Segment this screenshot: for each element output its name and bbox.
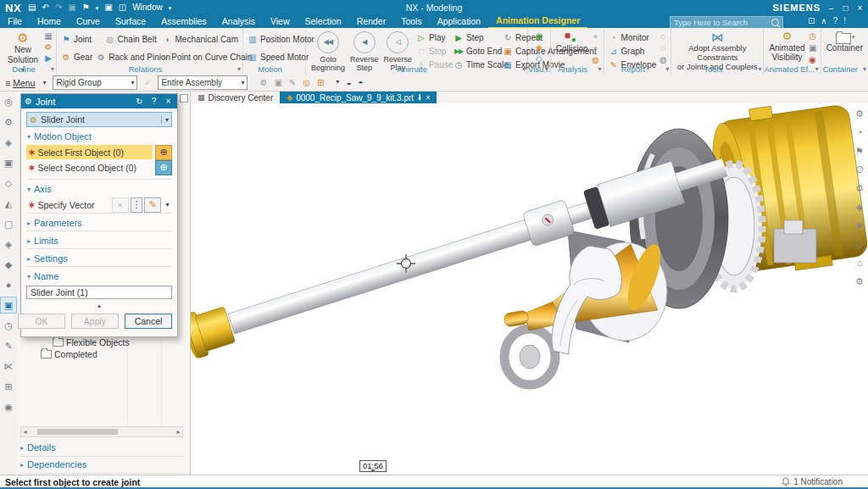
dropdown-caret-icon[interactable]: ▾: [161, 116, 169, 124]
dialog-close-icon[interactable]: ×: [163, 97, 174, 106]
chain-belt-button[interactable]: ◎Chain Belt: [103, 33, 161, 46]
select-first-object-button[interactable]: ⊕: [155, 145, 172, 160]
animation-viewport-icon[interactable]: ▣: [0, 297, 17, 314]
animated-effects-extra-2-icon[interactable]: ▣: [808, 43, 818, 53]
selection-type-filter[interactable]: Rigid Group▾: [53, 75, 137, 90]
tools-dialog-launcher[interactable]: ▾: [758, 64, 761, 75]
window-menu[interactable]: Window: [132, 3, 163, 12]
toolbox-icon[interactable]: ⊞: [0, 378, 17, 395]
star-part-icon[interactable]: ★: [851, 217, 868, 234]
axis-header[interactable]: ▾ Axis: [26, 179, 172, 197]
tab-assemblies[interactable]: Assemblies: [153, 15, 214, 28]
dialog-dock-handle[interactable]: [180, 94, 188, 103]
tab-close-icon[interactable]: ×: [426, 93, 430, 102]
graphics-viewport[interactable]: [191, 103, 868, 475]
author-icon[interactable]: ⋉: [0, 358, 17, 375]
tab-application[interactable]: Application: [430, 15, 488, 28]
cascade-windows-icon[interactable]: ▣: [104, 3, 112, 12]
dialog-collapse-handle[interactable]: ▴: [26, 299, 172, 311]
snap-point-3-icon[interactable]: ◒: [346, 78, 351, 87]
search-input[interactable]: [672, 17, 771, 28]
joint-name-input[interactable]: [26, 286, 172, 299]
play-button[interactable]: ▷Play: [415, 31, 452, 44]
tab-render[interactable]: Render: [349, 15, 393, 28]
part-icon[interactable]: ◈: [0, 134, 17, 151]
name-header[interactable]: ▾ Name: [26, 266, 172, 284]
minimize-button[interactable]: –: [825, 3, 837, 13]
tab-selection[interactable]: Selection: [298, 15, 349, 28]
define-extra-1-icon[interactable]: ▦: [43, 31, 53, 41]
relations-dialog-launcher[interactable]: ▾: [237, 64, 241, 75]
window-caret-icon[interactable]: ▾: [169, 5, 172, 11]
container-button[interactable]: + Container: [824, 30, 865, 54]
monitor-button[interactable]: ◔Monitor: [607, 31, 659, 44]
alert-icon[interactable]: !: [843, 16, 846, 25]
animated-effects-dialog-launcher[interactable]: ▾: [815, 64, 819, 75]
snap-point-2-icon[interactable]: ⊞: [317, 78, 324, 87]
save-icon[interactable]: ▤: [28, 3, 36, 12]
joint-flag-icon[interactable]: ⚑: [851, 142, 868, 159]
report-extra-3-icon[interactable]: ◍: [658, 55, 668, 64]
visualize-1-icon[interactable]: ◉: [534, 31, 544, 41]
joint-button[interactable]: ⚑Joint: [59, 33, 103, 46]
tab-tools[interactable]: Tools: [393, 15, 430, 28]
report-extra-2-icon[interactable]: ◌: [658, 43, 668, 53]
tree-item-flexible-objects[interactable]: Flexible Objects: [53, 337, 130, 347]
select-second-object-row[interactable]: ∗Select Second Object (0) ⊕: [26, 160, 172, 175]
clamp-icon[interactable]: ◇: [0, 175, 17, 192]
cylinder-part-icon[interactable]: ◈: [851, 198, 868, 215]
restore-button[interactable]: □: [839, 3, 852, 13]
settings-header[interactable]: ▸ Settings: [26, 248, 172, 266]
visualize-dialog-launcher[interactable]: ▾: [545, 64, 548, 75]
annotation-icon[interactable]: ✎: [0, 337, 17, 354]
menu-button[interactable]: ≡ Menu ▾: [3, 76, 47, 89]
define-extra-2-icon[interactable]: ⚙: [43, 42, 53, 52]
notification-area[interactable]: 1 Notification: [782, 477, 843, 486]
tab-analysis[interactable]: Analysis: [214, 15, 263, 28]
undo-icon[interactable]: ↶: [42, 3, 49, 12]
cancel-button[interactable]: Cancel: [125, 314, 172, 329]
tab-discovery-center[interactable]: ▦ Discovery Center: [191, 92, 280, 103]
command-search[interactable]: [670, 16, 783, 29]
tab-curve[interactable]: Curve: [69, 15, 108, 28]
speed-motor-button[interactable]: ▥Speed Motor: [246, 51, 303, 64]
tree-horizontal-scrollbar[interactable]: ◂ ▸: [20, 426, 183, 437]
tab-home[interactable]: Home: [30, 15, 69, 28]
rack-and-pinion-button[interactable]: ⚙Rack and Pinion: [94, 51, 157, 64]
tab-surface[interactable]: Surface: [108, 15, 153, 28]
gear-box-icon[interactable]: ⚙: [851, 180, 868, 197]
scrollbar-thumb[interactable]: [37, 429, 118, 435]
wireframe-icon[interactable]: ◇: [851, 236, 868, 253]
snap-point-1-icon[interactable]: ◎: [303, 78, 310, 87]
joint-type-dropdown[interactable]: ⚙ Slider Joint ▾: [26, 112, 172, 127]
visualize-3-icon[interactable]: ◇: [534, 53, 544, 63]
history-icon[interactable]: ◷: [0, 317, 17, 334]
tab-view[interactable]: View: [263, 15, 298, 28]
joint-dialog-titlebar[interactable]: ⚙ Joint ↻ ? ×: [21, 94, 177, 108]
sphere-icon[interactable]: ●: [0, 276, 17, 293]
report-extra-1-icon[interactable]: ◌: [658, 31, 668, 41]
hide-icon[interactable]: ∅: [851, 161, 868, 178]
window-icon[interactable]: ◫: [119, 3, 126, 12]
selection-scope-filter[interactable]: Entire Assembly▾: [158, 75, 248, 90]
animated-effects-extra-1-icon[interactable]: ◷: [808, 31, 818, 41]
gear-clock-icon[interactable]: ⚙: [851, 273, 868, 290]
animated-visibility-button[interactable]: ⚙ Animated Visibility: [766, 30, 807, 64]
status-icon[interactable]: ◉: [0, 398, 17, 415]
parameters-header[interactable]: ▸ Parameters: [26, 213, 172, 231]
3d-model-reciprocating-saw[interactable]: [191, 103, 868, 475]
tab-animation-designer[interactable]: Animation Designer: [488, 14, 587, 29]
dome-icon[interactable]: ⌂: [851, 254, 868, 271]
part-add-icon[interactable]: ◆: [0, 256, 17, 273]
analysis-dialog-launcher[interactable]: ▾: [598, 64, 602, 75]
tab-file[interactable]: File: [0, 15, 30, 28]
sector-part-icon[interactable]: ◔: [851, 124, 868, 141]
point-on-curve-chain-button[interactable]: ∿Point on Curve Chain: [157, 51, 253, 64]
graph-button[interactable]: ⊿Graph: [607, 45, 659, 58]
scroll-right-icon[interactable]: ▸: [175, 428, 182, 436]
gears-icon[interactable]: ⚙: [851, 105, 868, 122]
dialog-help-icon[interactable]: ?: [148, 97, 159, 106]
select-first-object-row[interactable]: ∗Select First Object (0) ⊕: [26, 145, 172, 159]
help-icon[interactable]: ?: [833, 16, 838, 25]
flag-caret-icon[interactable]: ▾: [96, 5, 99, 11]
